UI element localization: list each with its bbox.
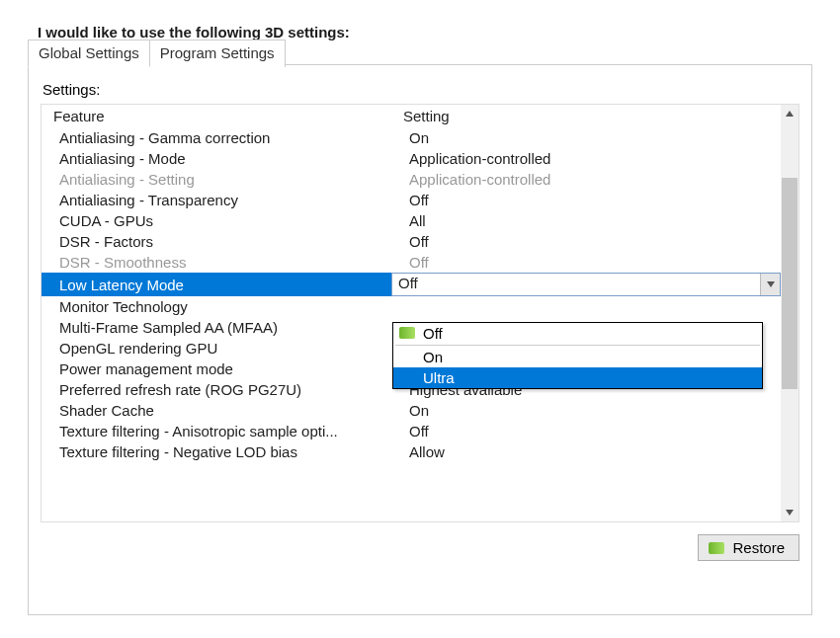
dropdown-option[interactable]: Off [393, 323, 762, 344]
dropdown-option[interactable]: Ultra [393, 367, 762, 388]
table-row: Antialiasing - SettingApplication-contro… [42, 169, 781, 190]
table-row[interactable]: Monitor Technology [42, 296, 781, 317]
restore-button-label: Restore [732, 539, 785, 556]
page-title: I would like to use the following 3D set… [38, 24, 812, 40]
table-row[interactable]: CUDA - GPUsAll [42, 210, 781, 231]
divider [395, 345, 760, 346]
tab-program-settings[interactable]: Program Settings [149, 40, 286, 67]
table-row[interactable]: Antialiasing - Gamma correctionOn [42, 127, 781, 148]
nvidia-logo-icon [709, 542, 724, 554]
table-row[interactable]: Shader CacheOn [42, 400, 781, 421]
restore-button[interactable]: Restore [698, 534, 799, 561]
combobox-value: Off [392, 274, 760, 295]
table-row[interactable]: Texture filtering - Anisotropic sample o… [42, 421, 781, 441]
settings-label: Settings: [42, 81, 798, 98]
settings-grid: Feature Setting Antialiasing - Gamma cor… [41, 104, 799, 522]
scroll-up-icon[interactable] [781, 105, 798, 122]
scrollbar[interactable] [781, 105, 798, 521]
dropdown-menu: Off On Ultra [392, 322, 763, 389]
setting-combobox[interactable]: Off [391, 273, 781, 296]
chevron-down-icon[interactable] [760, 274, 780, 295]
col-setting-header: Setting [391, 105, 781, 127]
table-row[interactable]: Antialiasing - ModeApplication-controlle… [42, 148, 781, 169]
settings-panel: Global Settings Program Settings Setting… [28, 64, 812, 615]
tabs: Global Settings Program Settings [28, 40, 286, 67]
column-headers: Feature Setting [42, 105, 781, 127]
table-row[interactable]: Antialiasing - TransparencyOff [42, 190, 781, 210]
table-row-selected[interactable]: Low Latency Mode Off [42, 273, 781, 296]
table-row: DSR - SmoothnessOff [42, 252, 781, 273]
scroll-down-icon[interactable] [781, 504, 798, 521]
table-row[interactable]: DSR - FactorsOff [42, 231, 781, 252]
col-feature-header: Feature [42, 105, 391, 127]
scrollbar-thumb[interactable] [782, 178, 798, 389]
dropdown-option[interactable]: On [393, 347, 762, 367]
tab-global-settings[interactable]: Global Settings [28, 40, 150, 67]
table-row[interactable]: Texture filtering - Negative LOD biasAll… [42, 441, 781, 462]
panel-footer: Restore [41, 534, 799, 561]
